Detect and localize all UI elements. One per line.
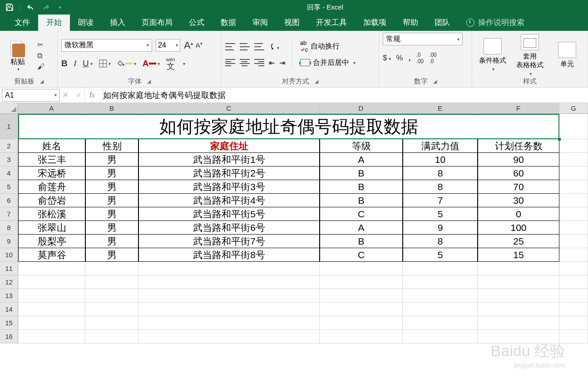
cell[interactable]: 计划任务数 (478, 139, 559, 153)
row-header-4[interactable]: 4 (0, 167, 18, 180)
align-left-button[interactable] (225, 58, 235, 67)
cell[interactable]: 7 (403, 194, 478, 207)
cell[interactable]: C (320, 207, 403, 221)
font-name-select[interactable]: 微软雅黑▾ (61, 39, 152, 52)
cell[interactable]: 俞莲舟 (18, 180, 85, 194)
cell[interactable] (559, 262, 588, 275)
row-header-2[interactable]: 2 (0, 139, 18, 153)
cell[interactable] (138, 262, 320, 275)
cell[interactable]: 等级 (320, 139, 403, 153)
cell[interactable]: 武当路和平街6号 (138, 221, 320, 235)
cells-area[interactable]: 如何按家庭地址奇偶号码提取数据姓名性别家庭住址等级满武力值计划任务数张三丰男武当… (18, 114, 588, 343)
cell[interactable]: 70 (478, 180, 559, 194)
cell[interactable] (18, 330, 85, 343)
cell[interactable] (320, 262, 403, 275)
cell[interactable] (18, 275, 85, 289)
qat-customize[interactable]: ▾ (54, 1, 66, 13)
cell[interactable]: 8 (403, 180, 478, 194)
cell[interactable] (138, 303, 320, 316)
cell[interactable]: 25 (478, 235, 559, 248)
cell[interactable]: 莫声谷 (18, 248, 85, 262)
col-header-E[interactable]: E (403, 103, 478, 113)
align-bottom-button[interactable] (254, 42, 264, 51)
cell[interactable]: 9 (403, 221, 478, 235)
cell[interactable] (403, 289, 478, 303)
cell[interactable]: 张翠山 (18, 221, 85, 235)
row-header-13[interactable]: 13 (0, 289, 18, 303)
cell[interactable]: 武当路和平街4号 (138, 194, 320, 207)
tab-insert[interactable]: 插入 (102, 15, 133, 31)
cell[interactable]: 殷梨亭 (18, 235, 85, 248)
cell[interactable] (478, 289, 559, 303)
cell[interactable] (478, 330, 559, 343)
cell[interactable] (403, 262, 478, 275)
percent-format-button[interactable]: % (396, 54, 403, 63)
clipboard-dialog-launcher[interactable]: ◢ (40, 78, 44, 84)
cell[interactable]: A (320, 221, 403, 235)
cell[interactable]: 90 (478, 153, 559, 167)
cell[interactable]: A (320, 153, 403, 167)
row-header-11[interactable]: 11 (0, 262, 18, 275)
cell[interactable] (138, 289, 320, 303)
cell[interactable]: 男 (85, 167, 138, 180)
col-header-D[interactable]: D (320, 103, 403, 113)
cell[interactable] (559, 248, 588, 262)
cell[interactable] (18, 262, 85, 275)
cell[interactable]: 武当路和平街7号 (138, 235, 320, 248)
redo-button[interactable] (40, 1, 51, 13)
insert-function-button[interactable]: fx (84, 88, 99, 103)
cell[interactable]: 如何按家庭地址奇偶号码提取数据 (18, 114, 559, 139)
cell[interactable] (18, 316, 85, 330)
cell[interactable]: 俞岱岩 (18, 194, 85, 207)
shrink-font-button[interactable]: A▾ (196, 41, 203, 49)
font-color-button[interactable]: A▾ (143, 59, 160, 69)
cut-button[interactable]: ✂ (37, 40, 44, 49)
cell[interactable] (85, 289, 138, 303)
cell[interactable] (559, 303, 588, 316)
cell[interactable]: 5 (403, 207, 478, 221)
cell[interactable] (559, 207, 588, 221)
undo-button[interactable] (25, 1, 37, 13)
cell[interactable]: 家庭住址 (138, 139, 320, 153)
cell[interactable] (85, 330, 138, 343)
align-middle-button[interactable] (240, 42, 250, 51)
cell[interactable] (85, 275, 138, 289)
row-header-14[interactable]: 14 (0, 303, 18, 316)
row-header-10[interactable]: 10 (0, 248, 18, 262)
cell[interactable]: 男 (85, 207, 138, 221)
format-painter-button[interactable]: 🖌 (37, 63, 44, 71)
cell[interactable] (559, 275, 588, 289)
cell[interactable]: 100 (478, 221, 559, 235)
decrease-decimal-button[interactable]: .00.0 (429, 52, 437, 64)
save-button[interactable] (4, 1, 15, 13)
italic-button[interactable]: I (74, 59, 76, 69)
cell[interactable] (559, 235, 588, 248)
row-header-5[interactable]: 5 (0, 180, 18, 194)
cell[interactable] (559, 167, 588, 180)
cell[interactable]: C (320, 248, 403, 262)
cell[interactable] (559, 330, 588, 343)
col-header-F[interactable]: F (478, 103, 559, 113)
cell[interactable] (85, 303, 138, 316)
row-header-3[interactable]: 3 (0, 153, 18, 167)
cell[interactable]: 0 (478, 207, 559, 221)
cell[interactable] (403, 330, 478, 343)
cell[interactable]: 性别 (85, 139, 138, 153)
row-header-6[interactable]: 6 (0, 194, 18, 207)
row-header-12[interactable]: 12 (0, 275, 18, 289)
cell[interactable] (559, 114, 588, 139)
cell[interactable] (320, 330, 403, 343)
row-header-9[interactable]: 9 (0, 235, 18, 248)
cell[interactable]: B (320, 180, 403, 194)
cell[interactable] (559, 139, 588, 153)
cell[interactable]: B (320, 167, 403, 180)
cell[interactable] (559, 194, 588, 207)
cell[interactable]: 满武力值 (403, 139, 478, 153)
cell[interactable] (138, 316, 320, 330)
tab-data[interactable]: 数据 (212, 15, 244, 31)
tab-file[interactable]: 文件 (6, 15, 38, 31)
cell[interactable]: 武当路和平街3号 (138, 180, 320, 194)
font-size-select[interactable]: 24▾ (156, 39, 180, 52)
tab-team[interactable]: 团队 (426, 15, 458, 31)
cell[interactable]: 男 (85, 180, 138, 194)
